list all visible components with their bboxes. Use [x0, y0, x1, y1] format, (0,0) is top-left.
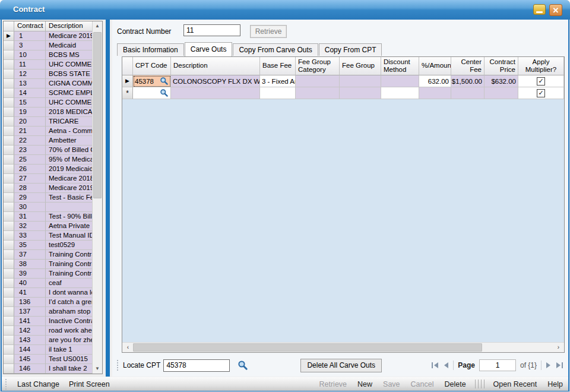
column-header-discount-method[interactable]: Discount Method	[381, 57, 419, 75]
table-row[interactable]: ▶45378COLONOSCOPY FLX DX W/C3 - Fixed Am…	[122, 75, 564, 87]
list-item[interactable]: 35test0529	[4, 241, 102, 250]
contract-number-cell[interactable]: 23	[14, 146, 46, 155]
list-item[interactable]: 39Training Contract	[4, 269, 102, 279]
apply-multiplier-checkbox[interactable]: ✓	[537, 89, 545, 97]
contract-number-cell[interactable]: 3	[14, 41, 46, 50]
row-selector[interactable]	[4, 146, 14, 155]
row-selector[interactable]	[4, 60, 14, 69]
new-button[interactable]: New	[352, 380, 378, 388]
column-header-contract-price[interactable]: Contract Price	[484, 57, 518, 75]
row-selector[interactable]	[4, 117, 14, 127]
list-item[interactable]: 2595% of Medicare	[4, 155, 102, 165]
contract-number-cell[interactable]: 12	[14, 69, 46, 79]
grid-corner-cell[interactable]	[122, 57, 133, 75]
retrieve-button[interactable]: Retrieve	[250, 25, 287, 38]
column-header-contract[interactable]: Contract	[14, 21, 46, 31]
row-selector[interactable]	[4, 193, 14, 203]
column-header-description[interactable]: Description	[171, 57, 260, 75]
row-selector[interactable]	[4, 317, 14, 326]
cell-description[interactable]: COLONOSCOPY FLX DX W/C	[171, 75, 260, 87]
scroll-down-icon[interactable]: ▼	[93, 364, 102, 374]
list-item[interactable]: 38Training Contract	[4, 260, 102, 269]
contract-number-cell[interactable]: 26	[14, 165, 46, 174]
delete-all-carve-outs-button[interactable]: Delete All Carve Outs	[300, 359, 382, 372]
row-selector[interactable]	[4, 364, 14, 374]
list-item[interactable]: 14SCRMC EMPLOY	[4, 88, 102, 98]
panel-splitter[interactable]	[106, 20, 110, 377]
contract-number-cell[interactable]: 137	[14, 307, 46, 317]
cell-cpt-code[interactable]: 45378	[133, 75, 171, 87]
list-item[interactable]: 137abraham stop it wa	[4, 307, 102, 317]
row-selector[interactable]: ▶	[4, 31, 14, 41]
row-selector[interactable]	[4, 222, 14, 231]
list-item[interactable]: 28Medicare 2019 w/	[4, 184, 102, 193]
cell-fee-group-category[interactable]	[296, 87, 340, 99]
row-selector[interactable]	[4, 288, 14, 298]
next-page-button[interactable]	[546, 362, 552, 369]
list-item[interactable]: 11UHC COMMERCIA	[4, 60, 102, 69]
list-item[interactable]: 142road work ahead	[4, 326, 102, 336]
cell-pct-amount[interactable]: 632.00	[419, 75, 451, 87]
contract-number-cell[interactable]: 146	[14, 364, 46, 374]
cell-description[interactable]	[171, 87, 260, 99]
list-item[interactable]: 22Ambetter	[4, 136, 102, 146]
cpt-lookup-button[interactable]	[160, 77, 169, 86]
cell-center-fee[interactable]: $1,500.00	[451, 75, 484, 87]
row-selector[interactable]	[4, 127, 14, 136]
row-selector[interactable]	[4, 212, 14, 222]
contract-number-cell[interactable]: 29	[14, 193, 46, 203]
row-selector[interactable]	[4, 269, 14, 279]
list-item[interactable]: 32Aetna Private	[4, 222, 102, 231]
row-selector[interactable]	[4, 355, 14, 364]
column-header-base-fee[interactable]: Base Fee	[260, 57, 296, 75]
list-item[interactable]: 10BCBS MS	[4, 50, 102, 60]
row-selector[interactable]	[4, 41, 14, 50]
locate-search-button[interactable]	[236, 359, 249, 372]
contract-number-cell[interactable]: 144	[14, 345, 46, 355]
row-selector[interactable]	[4, 307, 14, 317]
cell-base-fee[interactable]	[260, 87, 296, 99]
row-selector[interactable]	[4, 69, 14, 79]
row-selector[interactable]	[4, 88, 14, 98]
scrollbar-thumb[interactable]	[133, 343, 482, 352]
contract-number-cell[interactable]: 35	[14, 241, 46, 250]
row-selector[interactable]	[4, 165, 14, 174]
contract-number-cell[interactable]: 13	[14, 79, 46, 88]
row-selector[interactable]	[4, 50, 14, 60]
tab-copy-from-cpt[interactable]: Copy From CPT	[319, 43, 382, 56]
list-item[interactable]: 30	[4, 203, 102, 212]
corner-cell[interactable]	[4, 21, 14, 31]
contract-number-cell[interactable]: 1	[14, 31, 46, 41]
contract-number-cell[interactable]: 20	[14, 117, 46, 127]
page-number-input[interactable]	[479, 359, 516, 371]
list-item[interactable]: ▶1Medicare 2019	[4, 31, 102, 41]
cell-base-fee[interactable]: 3 - Fixed Am	[260, 75, 296, 87]
first-page-button[interactable]	[431, 362, 439, 369]
tab-basic-information[interactable]: Basic Information	[117, 43, 184, 56]
column-header-fee-group-category[interactable]: Fee Group Category	[296, 57, 340, 75]
help-button[interactable]: Help	[542, 380, 568, 388]
contract-number-cell[interactable]: 22	[14, 136, 46, 146]
list-item[interactable]: 12BCBS STATE	[4, 69, 102, 79]
contract-number-cell[interactable]: 41	[14, 288, 46, 298]
cell-contract-price[interactable]: $632.00	[484, 75, 518, 87]
contract-number-cell[interactable]: 19	[14, 108, 46, 117]
scroll-right-icon[interactable]: ›	[553, 343, 563, 352]
cell-fee-group-category[interactable]	[296, 75, 340, 87]
list-item[interactable]: 146I shall take 2	[4, 364, 102, 374]
tab-carve-outs[interactable]: Carve Outs	[185, 42, 233, 56]
cell-pct-amount[interactable]	[419, 87, 451, 99]
row-selector[interactable]	[4, 241, 14, 250]
toolbar-grip[interactable]	[117, 360, 119, 371]
cell-fee-group[interactable]	[340, 75, 381, 87]
row-selector[interactable]	[4, 184, 14, 193]
row-selector[interactable]	[4, 98, 14, 108]
contract-number-cell[interactable]: 141	[14, 317, 46, 326]
row-selector[interactable]	[4, 260, 14, 269]
contract-number-cell[interactable]: 21	[14, 127, 46, 136]
contract-number-cell[interactable]: 142	[14, 326, 46, 336]
row-selector[interactable]	[4, 250, 14, 260]
open-recent-button[interactable]: Open Recent	[488, 380, 543, 388]
contract-number-cell[interactable]: 30	[14, 203, 46, 212]
cell-apply-multiplier[interactable]: ✓	[518, 87, 564, 99]
